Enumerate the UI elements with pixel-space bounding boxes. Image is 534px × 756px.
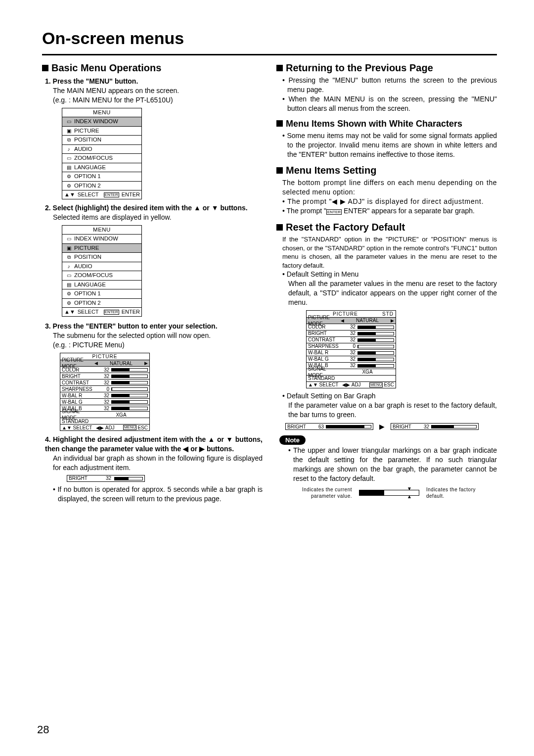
square-icon: [276, 65, 283, 71]
picture-footer: ▲▼ SELECT◀▶ ADJMENUESC: [60, 424, 149, 430]
picture-row: W-BAL R32: [60, 392, 149, 398]
enter-key-icon: ENTER: [104, 310, 119, 315]
step-4: 4. Highlight the desired adjustment item…: [45, 435, 263, 454]
menu-item: ▤LANGUAGE: [62, 280, 141, 289]
menu-item: ⧉POSITION: [62, 252, 141, 262]
menu-item: ▭INDEX WINDOW: [62, 234, 141, 243]
position-icon: ⧉: [65, 137, 72, 143]
page-number: 28: [37, 722, 49, 737]
picture-row: SIGNAL MODEXGA: [307, 369, 396, 375]
picture-row: BRIGHT32: [307, 330, 396, 336]
bar-graph: [431, 425, 477, 428]
square-icon: [42, 65, 48, 71]
picture-footer: ▲▼ SELECT◀▶ ADJMENUESC: [307, 381, 396, 388]
picture-row: W-BAL R32: [307, 349, 396, 356]
menu-item: ▤LANGUAGE: [62, 163, 141, 172]
picture-row: CONTRAST32: [307, 336, 396, 343]
picture-row: STANDARD: [60, 418, 149, 424]
language-icon: ▤: [65, 282, 72, 288]
tri-left-label: Indicates the current parameter value.: [293, 486, 352, 500]
main-menu-box-2: MENU ▭INDEX WINDOW ▣PICTURE ⧉POSITION ♪A…: [62, 225, 142, 317]
setting-body: The bottom prompt line differs on each m…: [282, 178, 497, 197]
menu-item: ⚙OPTION 2: [62, 181, 141, 190]
picture-row: COLOR32: [60, 366, 149, 373]
white-bullet-1: Some menu items may not be valid for som…: [282, 131, 497, 159]
left-column: Basic Menu Operations 1. Press the "MENU…: [42, 61, 263, 504]
index-icon: ▭: [65, 118, 72, 125]
note-badge: Note: [279, 435, 306, 445]
audio-icon: ♪: [65, 146, 72, 153]
return-bullet-2: When the MAIN MENU is on the screen, pre…: [282, 94, 497, 113]
enter-key-icon: ENTER: [104, 192, 119, 197]
square-icon: [276, 120, 283, 127]
bright-bar-after: BRIGHT 32: [391, 423, 479, 430]
reset-bullet-2-body: If the parameter value on a bar graph is…: [288, 401, 497, 420]
step-2-body: Selected items are displayed in yellow.: [53, 213, 263, 222]
bright-bar-inline: BRIGHT 32: [67, 475, 145, 482]
position-icon: ⧉: [65, 254, 72, 261]
bright-bar-before: BRIGHT 63: [285, 423, 373, 430]
bar-graph: [326, 425, 371, 428]
menu-item: ⚙OPTION 1: [62, 172, 141, 181]
menu-item: ♪AUDIO: [62, 144, 141, 154]
language-icon: ▤: [65, 164, 72, 171]
picture-row: BRIGHT32: [60, 373, 149, 379]
option-icon: ⚙: [65, 300, 72, 307]
step-3-body-2: (e.g. : PICTURE Menu): [53, 340, 263, 350]
picture-row: SHARPNESS0: [60, 385, 149, 392]
option-icon: ⚙: [65, 183, 72, 189]
page: On-screen menus Basic Menu Operations 1.…: [0, 0, 534, 756]
reset-bullet-2: Default Setting on Bar Graph: [282, 391, 497, 401]
updown-icon: ▲▼: [64, 308, 75, 316]
picture-menu-box: PICTUREPICTURE MODE◀NATURAL▶COLOR32BRIGH…: [60, 353, 150, 431]
heading-basic: Basic Menu Operations: [42, 61, 263, 75]
zoom-icon: ▭: [65, 155, 72, 162]
menu-item: ▣PICTURE: [62, 243, 141, 253]
heading-white: Menu Items Shown with White Characters: [276, 118, 497, 130]
bar-pair: BRIGHT 63 ▶ BRIGHT 32: [285, 422, 497, 431]
picture-row: W-BAL G32: [307, 356, 396, 362]
step-3: 3. Press the "ENTER" button to enter you…: [45, 322, 263, 331]
menu-item: ⧉POSITION: [62, 135, 141, 144]
enter-key-icon: ENTER: [326, 209, 342, 215]
setting-bullet-2: The prompt "ENTER ENTER" appears for a s…: [282, 206, 497, 216]
heading-basic-text: Basic Menu Operations: [51, 61, 161, 75]
reset-body: If the "STANDARD" option in the "PICTURE…: [282, 235, 497, 270]
arrow-right-icon: ▶: [379, 422, 385, 431]
picture-row: STANDARD: [307, 375, 396, 381]
option-icon: ⚙: [65, 290, 72, 297]
picture-row: COLOR32: [307, 324, 396, 330]
main-menu-box-1: MENU ▭INDEX WINDOW ▣PICTURE ⧉POSITION ♪A…: [62, 108, 142, 199]
page-title: On-screen menus: [42, 27, 497, 50]
zoom-icon: ▭: [65, 272, 72, 279]
step-3-body-1: The submenu for the selected option will…: [53, 331, 263, 340]
step-1: 1. Press the "MENU" button.: [45, 77, 263, 86]
updown-icon: ▲▼: [64, 191, 75, 198]
menu-item: ⚙OPTION 2: [62, 298, 141, 308]
step-1-body-1: The MAIN MENU appears on the screen.: [53, 86, 263, 95]
triangle-up-icon: ▲: [407, 493, 412, 500]
return-bullet-1: Pressing the "MENU" button returns the s…: [282, 76, 497, 94]
picture-row: PICTURE MODE◀NATURAL▶: [60, 360, 149, 366]
tri-bar: ▼ ▲: [359, 490, 419, 496]
index-icon: ▭: [65, 236, 72, 242]
audio-icon: ♪: [65, 263, 72, 270]
step-4-note: If no button is operated for approx. 5 s…: [53, 485, 263, 504]
menu-footer: ▲▼ SELECT ENTER ENTER: [62, 307, 141, 316]
menu-title: MENU: [62, 226, 141, 235]
right-column: Returning to the Previous Page Pressing …: [276, 61, 497, 504]
menu-item: ▭ZOOM/FOCUS: [62, 153, 141, 163]
menu-item: ▭INDEX WINDOW: [62, 117, 141, 126]
heading-return: Returning to the Previous Page: [276, 61, 497, 75]
tri-right-label: Indicates the factory default.: [426, 486, 481, 500]
step-1-body-2: (e.g. : MAIN MENU for the PT-L6510U): [53, 95, 263, 105]
menu-item: ♪AUDIO: [62, 262, 141, 271]
picture-row: W-BAL G32: [60, 398, 149, 405]
picture-menu-std-box: PICTURESTDPICTURE MODE◀NATURAL▶COLOR32BR…: [306, 310, 396, 389]
menu-item: ▣PICTURE: [62, 126, 141, 136]
picture-icon: ▣: [65, 245, 72, 252]
triangle-down-icon: ▼: [407, 485, 412, 492]
title-rule: [42, 54, 497, 55]
reset-bullet-1-body: When all the parameter values in the men…: [288, 279, 497, 307]
reset-bullet-1: Default Setting in Menu: [282, 270, 497, 279]
